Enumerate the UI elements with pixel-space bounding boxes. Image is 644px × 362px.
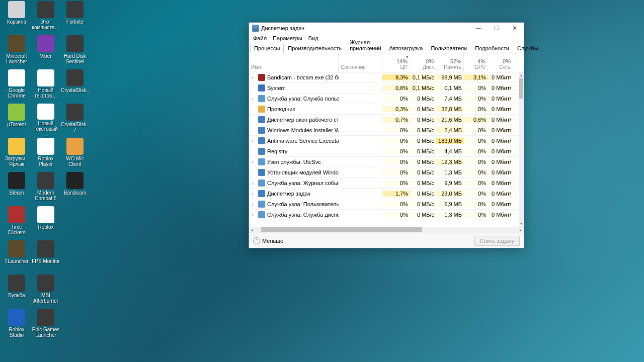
tab-Службы[interactable]: Службы xyxy=(513,44,542,53)
desktop-icon[interactable]: Roblox Studio xyxy=(2,308,31,342)
desktop-icon[interactable]: WO Mic Client xyxy=(60,137,90,171)
disk-cell: 0 МБ/с xyxy=(410,127,436,133)
process-row[interactable]: ›Служба узла: Журнал событи…0%0 МБ/с9,9 … xyxy=(249,178,519,189)
horizontal-scrollbar[interactable]: ◂ ▸ xyxy=(249,227,524,233)
network-cell: 0 Мбит/ xyxy=(488,159,513,165)
scroll-thumb[interactable] xyxy=(519,78,523,99)
desktop-icon[interactable]: Roblox Player xyxy=(31,137,60,171)
process-row[interactable]: ›Antimalware Service Executable0%0 МБ/с1… xyxy=(249,136,519,146)
process-icon xyxy=(258,127,265,134)
col-memory[interactable]: 52%Память xyxy=(436,53,464,72)
desktop-icon[interactable]: TLauncher xyxy=(2,239,31,274)
desktop-icon[interactable]: FPS Monitor xyxy=(31,239,60,274)
desktop-icon[interactable]: MSI Afterburner xyxy=(31,274,60,308)
expand-icon[interactable]: › xyxy=(249,191,256,197)
scroll-left-icon[interactable]: ◂ xyxy=(249,228,255,232)
process-row[interactable]: Диспетчер окон рабочего стола0,7%0 МБ/с2… xyxy=(249,115,519,125)
desktop-icon[interactable]: Новый текстовый … xyxy=(31,103,60,137)
tab-Процессы[interactable]: Процессы xyxy=(250,44,284,53)
process-row[interactable]: ›Служба узла: Служба пользов…0%0 МБ/с7,4… xyxy=(249,94,519,104)
process-icon xyxy=(258,84,265,92)
desktop-icon[interactable]: Epic Games Launcher xyxy=(31,308,60,342)
desktop-icon[interactable]: Time Clickers xyxy=(2,205,31,239)
expand-icon[interactable]: › xyxy=(249,138,256,144)
menu-item[interactable]: Вид xyxy=(308,35,318,41)
expand-icon[interactable]: › xyxy=(249,212,256,218)
process-icon xyxy=(258,106,265,113)
process-icon xyxy=(258,74,265,81)
tab-Производительность[interactable]: Производительность xyxy=(284,44,346,53)
scroll-down-icon[interactable]: ▾ xyxy=(519,221,524,227)
expand-icon[interactable]: › xyxy=(249,74,256,80)
desktop-icon[interactable]: Steam xyxy=(2,171,31,205)
process-row[interactable]: ›Узел службы: UtcSvc0%0 МБ/с12,3 МБ0%0 М… xyxy=(249,157,519,167)
process-row[interactable]: ›Диспетчер задач1,7%0 МБ/с23,0 МБ0%0 Мби… xyxy=(249,189,519,199)
minimize-button[interactable]: ─ xyxy=(469,23,488,34)
process-row[interactable]: ›Служба узла: Пользовательск…0%0 МБ/с6,9… xyxy=(249,199,519,210)
disk-cell: 0 МБ/с xyxy=(410,148,436,154)
desktop-icon[interactable]: CrystalDisk… 7 xyxy=(60,103,90,137)
end-task-button[interactable]: Снять задачу xyxy=(474,236,520,246)
expand-icon[interactable]: › xyxy=(249,96,256,102)
col-gpu[interactable]: 4%GPU xyxy=(464,53,488,72)
desktop-icon[interactable]: Modern Combat 5 xyxy=(31,171,60,205)
desktop-icon[interactable]: Bandicam xyxy=(60,171,90,205)
scroll-right-icon[interactable]: ▸ xyxy=(518,228,524,232)
cpu-cell: 0% xyxy=(382,159,410,165)
desktop-icon[interactable]: µTorrent xyxy=(2,103,31,137)
scroll-up-icon[interactable]: ▴ xyxy=(519,72,524,78)
app-icon xyxy=(37,69,54,86)
desktop-icon[interactable]: Google Chrome xyxy=(2,68,31,103)
desktop-icon[interactable]: Новый текстов… xyxy=(31,68,60,103)
fewer-details-button[interactable]: ˄ Меньше xyxy=(253,237,283,244)
desktop-icon[interactable]: Загрузки - Ярлык xyxy=(2,137,31,171)
scroll-thumb-h[interactable] xyxy=(261,227,422,232)
process-row[interactable]: Проводник0,3%0 МБ/с32,8 МБ0%0 Мбит/ xyxy=(249,104,519,115)
close-button[interactable]: ✕ xyxy=(506,23,524,34)
titlebar[interactable]: Диспетчер задач ─ ☐ ✕ xyxy=(249,23,524,34)
process-name: Служба узла: Служба диспетч… xyxy=(256,211,339,218)
desktop-icon[interactable]: Этот компьюте… xyxy=(31,0,60,34)
menu-item[interactable]: Файл xyxy=(253,35,267,41)
tab-Подробности[interactable]: Подробности xyxy=(471,44,513,53)
desktop-icon[interactable]: Roblox xyxy=(31,205,60,239)
desktop-icon[interactable]: Бульба xyxy=(2,274,31,308)
gpu-cell: 0% xyxy=(464,212,488,218)
process-row[interactable]: Windows Modules Installer Wor…0%0 МБ/с2,… xyxy=(249,125,519,136)
expand-icon[interactable]: › xyxy=(249,201,256,207)
cpu-cell: 0% xyxy=(382,201,410,207)
col-cpu[interactable]: ▾ 14%ЦП xyxy=(382,53,410,72)
gpu-cell: 0% xyxy=(464,148,488,154)
gpu-cell: 0% xyxy=(464,159,488,165)
desktop-icon[interactable]: Fortnite xyxy=(60,0,90,34)
desktop-icon[interactable]: Minecraft Launcher xyxy=(2,34,31,68)
gpu-cell: 0% xyxy=(464,138,488,144)
icon-label: CrystalDisk… xyxy=(61,87,89,93)
desktop-icon[interactable]: CrystalDisk… xyxy=(60,68,90,103)
process-row[interactable]: Registry0%0 МБ/с4,4 МБ0%0 Мбит/ xyxy=(249,146,519,157)
chevron-up-icon: ˄ xyxy=(253,237,260,244)
process-row[interactable]: ›Bandicam - bdcam.exe (32 бита…9,3%0,1 М… xyxy=(249,72,519,83)
tab-Пользователи[interactable]: Пользователи xyxy=(427,44,471,53)
expand-icon[interactable]: › xyxy=(249,180,256,186)
icon-label: Roblox Player xyxy=(32,156,60,167)
vertical-scrollbar[interactable]: ▴ ▾ xyxy=(519,72,524,227)
desktop-icon[interactable]: Hard Disk Sentinel xyxy=(60,34,90,68)
col-name[interactable]: Имя xyxy=(249,53,339,72)
desktop-icon[interactable]: Корзина xyxy=(2,0,31,34)
process-name: Registry xyxy=(256,148,339,155)
expand-icon[interactable]: › xyxy=(249,159,256,165)
menu-item[interactable]: Параметры xyxy=(273,35,302,41)
col-disk[interactable]: 0%Диск xyxy=(410,53,436,72)
tab-Журнал приложений[interactable]: Журнал приложений xyxy=(346,38,385,53)
process-row[interactable]: System0,8%0,1 МБ/с0,1 МБ0%0 Мбит/ xyxy=(249,83,519,94)
process-row[interactable]: ›Служба узла: Служба диспетч…0%0 МБ/с1,3… xyxy=(249,210,519,220)
maximize-button[interactable]: ☐ xyxy=(488,23,506,34)
desktop-icon[interactable]: Viber xyxy=(31,34,60,68)
col-status[interactable]: Состояние xyxy=(339,53,382,72)
process-row[interactable]: Установщик модулей Windows0%0 МБ/с1,3 МБ… xyxy=(249,167,519,178)
app-icon xyxy=(8,69,25,86)
tab-Автозагрузка[interactable]: Автозагрузка xyxy=(385,44,427,53)
col-network[interactable]: 0%Сеть xyxy=(488,53,513,72)
process-name: Bandicam - bdcam.exe (32 бита… xyxy=(256,74,339,81)
